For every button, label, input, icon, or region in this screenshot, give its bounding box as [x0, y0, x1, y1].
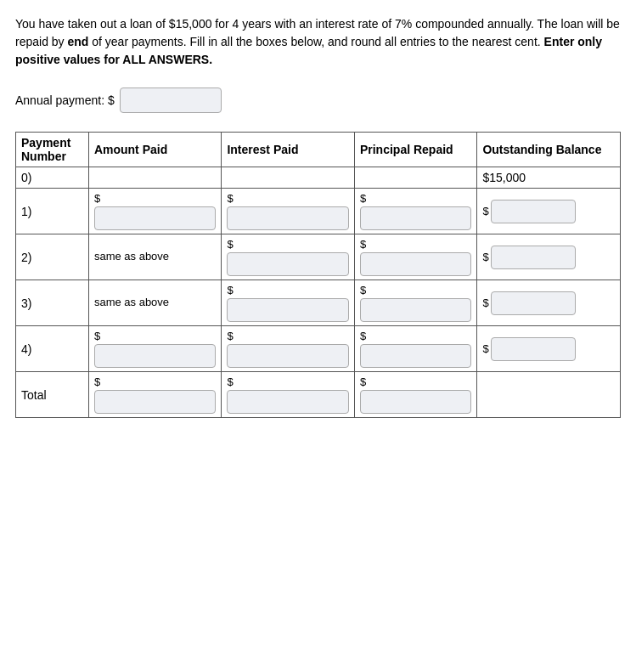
- principal-3-input[interactable]: [360, 298, 471, 322]
- header-payment-number: Payment Number: [16, 133, 89, 167]
- outstanding-1: $: [477, 189, 621, 234]
- amount-paid-1-input[interactable]: [94, 206, 217, 230]
- outstanding-0: $15,000: [477, 167, 621, 189]
- dollar-sign: $: [227, 192, 233, 205]
- payment-num-2: 2): [16, 234, 89, 280]
- dollar-sign: $: [482, 296, 488, 309]
- same-as-above-label-2: same as above: [94, 250, 217, 263]
- dollar-sign: $: [360, 284, 366, 296]
- dollar-sign: $: [227, 284, 233, 296]
- amount-paid-4-input[interactable]: [94, 344, 217, 368]
- amount-4: $: [88, 326, 222, 372]
- outstanding-2: $: [477, 234, 621, 280]
- principal-total: $: [354, 372, 476, 418]
- outstanding-4-input[interactable]: [491, 337, 576, 361]
- interest-0: [222, 167, 355, 189]
- outstanding-0-value: $15,000: [482, 171, 526, 184]
- interest-paid-4-input[interactable]: [227, 344, 349, 368]
- outstanding-3-input[interactable]: [491, 291, 576, 315]
- dollar-sign: $: [482, 205, 488, 217]
- amount-3: same as above: [88, 280, 222, 326]
- header-principal-repaid: Principal Repaid: [354, 133, 476, 167]
- dollar-sign: $: [227, 376, 233, 388]
- dollar-sign: $: [360, 376, 366, 388]
- amortization-table: Payment Number Amount Paid Interest Paid…: [15, 132, 621, 418]
- principal-2-input[interactable]: [360, 252, 471, 276]
- interest-paid-2-input[interactable]: [227, 252, 349, 276]
- dollar-sign: $: [94, 192, 100, 205]
- intro-text: You have taken out a loan of $15,000 for…: [15, 15, 621, 69]
- header-interest-paid: Interest Paid: [222, 133, 355, 167]
- table-row: 1) $ $: [16, 189, 621, 234]
- dollar-sign: $: [360, 192, 366, 205]
- table-row: 0) $15,000: [16, 167, 621, 189]
- table-row: Total $ $: [16, 372, 621, 418]
- outstanding-1-input[interactable]: [491, 200, 576, 223]
- dollar-sign: $: [360, 330, 366, 342]
- annual-payment-label: Annual payment: $: [15, 93, 115, 107]
- principal-4: $: [354, 326, 476, 372]
- interest-3: $: [222, 280, 355, 326]
- amount-1: $: [88, 189, 222, 234]
- interest-1: $: [222, 189, 355, 234]
- annual-payment-input[interactable]: [120, 88, 222, 113]
- dollar-sign: $: [482, 251, 488, 263]
- interest-4: $: [222, 326, 355, 372]
- header-amount-paid: Amount Paid: [88, 133, 222, 167]
- principal-0: [354, 167, 476, 189]
- outstanding-2-input[interactable]: [491, 246, 576, 269]
- interest-paid-total-input[interactable]: [227, 390, 349, 414]
- payment-num-4: 4): [16, 326, 89, 372]
- principal-3: $: [354, 280, 476, 326]
- dollar-sign: $: [360, 238, 366, 251]
- interest-2: $: [222, 234, 355, 280]
- dollar-sign: $: [227, 330, 233, 342]
- interest-total: $: [222, 372, 355, 418]
- same-as-above-label-3: same as above: [94, 296, 217, 308]
- table-row: 4) $ $: [16, 326, 621, 372]
- amount-0: [88, 167, 222, 189]
- principal-4-input[interactable]: [360, 344, 471, 368]
- table-row: 3) same as above $: [16, 280, 621, 326]
- annual-payment-section: Annual payment: $: [15, 88, 621, 113]
- interest-paid-1-input[interactable]: [227, 206, 349, 230]
- table-row: 2) same as above $: [16, 234, 621, 280]
- payment-num-total: Total: [16, 372, 89, 418]
- payment-num-0: 0): [16, 167, 89, 189]
- principal-1-input[interactable]: [360, 206, 471, 230]
- amount-total: $: [88, 372, 222, 418]
- principal-total-input[interactable]: [360, 390, 471, 414]
- principal-1: $: [354, 189, 476, 234]
- outstanding-total: [477, 372, 621, 418]
- dollar-sign: $: [94, 330, 100, 342]
- payment-num-3: 3): [16, 280, 89, 326]
- payment-num-1: 1): [16, 189, 89, 234]
- amount-paid-total-input[interactable]: [94, 390, 217, 414]
- outstanding-4: $: [477, 326, 621, 372]
- dollar-sign: $: [94, 376, 100, 388]
- dollar-sign: $: [482, 342, 488, 355]
- principal-2: $: [354, 234, 476, 280]
- amount-2: same as above: [88, 234, 222, 280]
- dollar-sign: $: [227, 238, 233, 251]
- header-outstanding-balance: Outstanding Balance: [477, 133, 621, 167]
- table-header-row: Payment Number Amount Paid Interest Paid…: [16, 133, 621, 167]
- interest-paid-3-input[interactable]: [227, 298, 349, 322]
- outstanding-3: $: [477, 280, 621, 326]
